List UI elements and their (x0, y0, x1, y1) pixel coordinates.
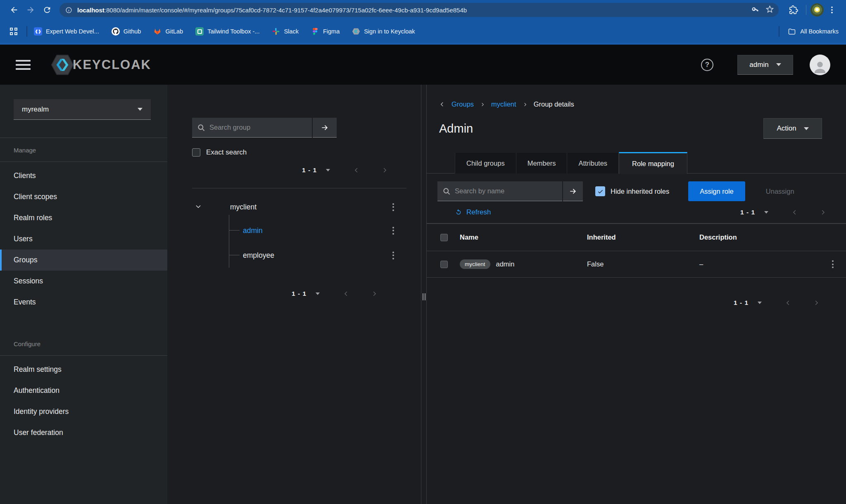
tab-child-groups[interactable]: Child groups (455, 153, 516, 174)
pagination-options-icon[interactable] (764, 211, 768, 214)
tab-role-mapping[interactable]: Role mapping (619, 152, 687, 174)
sidebar-item-clients[interactable]: Clients (0, 165, 167, 186)
sidebar-item-identity-providers[interactable]: Identity providers (0, 401, 167, 422)
next-page-icon[interactable] (381, 167, 388, 174)
exact-search-label: Exact search (206, 148, 247, 157)
kebab-menu-icon[interactable] (391, 202, 396, 213)
nav-toggle-icon[interactable] (16, 60, 31, 70)
breadcrumb-back-icon[interactable] (439, 101, 445, 107)
row-checkbox[interactable] (440, 261, 448, 268)
prev-page-icon[interactable] (343, 290, 349, 297)
tree-item-myclient[interactable]: myclient (192, 196, 406, 218)
tab-members[interactable]: Members (516, 153, 568, 174)
exact-search-checkbox[interactable] (192, 148, 200, 157)
apps-grid-icon[interactable] (7, 23, 20, 40)
prev-page-icon[interactable] (353, 167, 360, 174)
pagination-options-icon[interactable] (326, 169, 330, 171)
next-page-icon[interactable] (371, 290, 378, 297)
help-icon[interactable]: ? (701, 59, 713, 71)
bookmark-gitlab[interactable]: GitLab (153, 27, 183, 36)
groups-pagination-bottom: 1 - 1 (192, 290, 406, 297)
group-tree: myclient admin employee (192, 196, 406, 268)
bookmark-github[interactable]: Github (112, 27, 141, 36)
sidebar-item-client-scopes[interactable]: Client scopes (0, 186, 167, 207)
bookmark-tailwind[interactable]: Tailwind Toolbox -... (195, 27, 259, 36)
tree-item-admin[interactable]: admin (192, 218, 406, 243)
bookmark-slack[interactable]: Slack (272, 27, 298, 36)
search-by-name-input[interactable] (437, 181, 562, 201)
groups-pagination-top: 1 - 1 (192, 166, 406, 174)
figma-favicon (311, 27, 319, 36)
sidebar-item-realm-settings[interactable]: Realm settings (0, 359, 167, 380)
sidebar-item-user-federation[interactable]: User federation (0, 422, 167, 443)
column-header-name: Name (460, 233, 587, 241)
forward-icon[interactable] (22, 2, 39, 18)
next-page-icon[interactable] (820, 209, 826, 216)
chevron-down-icon (804, 127, 809, 130)
sidebar-item-sessions[interactable]: Sessions (0, 271, 167, 292)
keycloak-masthead: KEYCLOAK ? admin (0, 45, 846, 85)
breadcrumb-client-link[interactable]: myclient (491, 100, 516, 108)
bookmark-star-icon[interactable] (766, 5, 774, 15)
user-dropdown[interactable]: admin (737, 55, 793, 75)
next-page-icon[interactable] (813, 300, 820, 306)
table-row: myclient admin False – (427, 251, 846, 278)
reload-icon[interactable] (39, 2, 55, 18)
all-bookmarks-label[interactable]: All Bookmarks (800, 28, 839, 35)
browser-toolbar: localhost:8080/admin/master/console/#/my… (0, 0, 846, 20)
profile-avatar[interactable] (810, 3, 824, 17)
kebab-menu-icon[interactable] (820, 259, 846, 270)
chevron-down-icon[interactable] (195, 203, 202, 211)
role-description: – (699, 260, 820, 268)
breadcrumb-groups-link[interactable]: Groups (452, 100, 474, 108)
prev-page-icon[interactable] (791, 209, 798, 216)
realm-selector[interactable]: myrealm (14, 99, 151, 120)
search-by-name-submit-button[interactable] (563, 181, 583, 201)
extensions-icon[interactable] (785, 2, 802, 18)
assign-role-button[interactable]: Assign role (688, 181, 745, 201)
arrow-right-icon (569, 187, 577, 195)
kebab-menu-icon[interactable] (391, 225, 396, 236)
prev-page-icon[interactable] (785, 300, 791, 306)
tree-line (229, 255, 240, 255)
keycloak-logo[interactable]: KEYCLOAK (50, 53, 151, 77)
search-group-input[interactable] (192, 118, 312, 138)
tree-line (229, 230, 240, 231)
all-bookmarks-separator (779, 26, 779, 37)
panel-resize-handle[interactable] (421, 85, 427, 504)
chevron-down-icon (138, 108, 143, 111)
site-info-icon[interactable] (65, 7, 72, 14)
chrome-menu-icon[interactable] (824, 2, 840, 18)
back-icon[interactable] (6, 2, 22, 18)
tabs: Child groups Members Attributes Role map… (427, 152, 846, 174)
refresh-link[interactable]: Refresh (455, 208, 491, 216)
hide-inherited-roles-label: Hide inherited roles (611, 188, 669, 195)
tree-line (229, 215, 229, 268)
kebab-menu-icon[interactable] (391, 250, 396, 261)
pagination-options-icon[interactable] (316, 292, 320, 295)
toolbar-separator (806, 5, 806, 15)
avatar[interactable] (810, 55, 830, 75)
column-header-inherited: Inherited (587, 233, 699, 241)
bookmark-expert-web[interactable]: ❰❱ Expert Web Devel... (34, 27, 99, 36)
role-name: admin (496, 260, 515, 268)
address-bar[interactable]: localhost:8080/admin/master/console/#/my… (59, 3, 779, 17)
roles-pagination-top: 1 - 1 (740, 209, 826, 216)
pagination-options-icon[interactable] (758, 302, 762, 304)
sidebar-item-users[interactable]: Users (0, 228, 167, 250)
sidebar-item-realm-roles[interactable]: Realm roles (0, 207, 167, 228)
bookmark-keycloak[interactable]: Sign in to Keycloak (352, 27, 415, 36)
tree-item-employee[interactable]: employee (192, 243, 406, 268)
chevron-right-icon (523, 102, 528, 107)
sidebar-item-groups[interactable]: Groups (0, 250, 167, 271)
select-all-checkbox[interactable] (440, 234, 448, 241)
sidebar-item-authentication[interactable]: Authentication (0, 380, 167, 401)
hide-inherited-roles-checkbox[interactable] (595, 186, 605, 196)
search-group-submit-button[interactable] (313, 118, 337, 138)
action-dropdown-button[interactable]: Action (763, 118, 822, 139)
sidebar-item-events[interactable]: Events (0, 292, 167, 313)
password-key-icon[interactable] (751, 5, 759, 15)
tab-attributes[interactable]: Attributes (567, 153, 619, 174)
unassign-button[interactable]: Unassign (766, 188, 794, 195)
bookmark-figma[interactable]: Figma (311, 27, 340, 36)
